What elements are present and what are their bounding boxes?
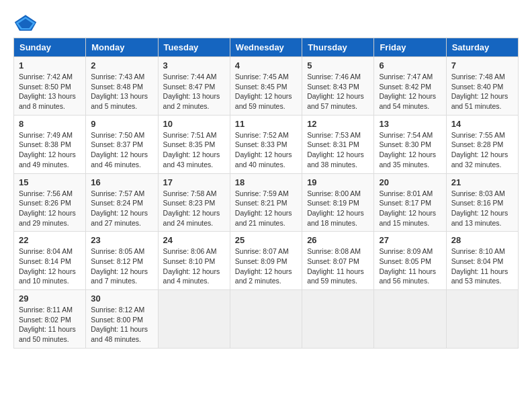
calendar-cell: 29Sunrise: 8:11 AM Sunset: 8:02 PM Dayli…	[14, 290, 86, 349]
calendar-cell: 12Sunrise: 7:53 AM Sunset: 8:31 PM Dayli…	[302, 115, 374, 173]
day-number: 29	[19, 293, 81, 304]
calendar-cell: 11Sunrise: 7:52 AM Sunset: 8:33 PM Dayli…	[230, 115, 302, 173]
column-header-wednesday: Wednesday	[230, 38, 302, 57]
day-info: Sunrise: 7:47 AM Sunset: 8:42 PM Dayligh…	[379, 72, 441, 111]
day-number: 1	[19, 60, 81, 71]
week-row-2: 8Sunrise: 7:49 AM Sunset: 8:38 PM Daylig…	[14, 115, 519, 173]
day-info: Sunrise: 8:09 AM Sunset: 8:05 PM Dayligh…	[379, 246, 441, 286]
day-number: 12	[307, 119, 369, 129]
calendar-cell: 1Sunrise: 7:42 AM Sunset: 8:50 PM Daylig…	[14, 57, 86, 116]
day-info: Sunrise: 7:44 AM Sunset: 8:47 PM Dayligh…	[163, 72, 225, 111]
day-info: Sunrise: 7:59 AM Sunset: 8:21 PM Dayligh…	[235, 189, 297, 228]
column-header-friday: Friday	[374, 38, 446, 57]
day-info: Sunrise: 8:11 AM Sunset: 8:02 PM Dayligh…	[19, 305, 81, 345]
day-info: Sunrise: 7:53 AM Sunset: 8:31 PM Dayligh…	[307, 130, 369, 170]
day-number: 3	[163, 60, 225, 71]
column-header-tuesday: Tuesday	[158, 38, 230, 57]
calendar-cell: 27Sunrise: 8:09 AM Sunset: 8:05 PM Dayli…	[374, 232, 446, 290]
day-info: Sunrise: 8:06 AM Sunset: 8:10 PM Dayligh…	[163, 246, 225, 286]
day-info: Sunrise: 8:10 AM Sunset: 8:04 PM Dayligh…	[451, 246, 513, 286]
day-number: 2	[91, 60, 152, 71]
calendar-cell: 22Sunrise: 8:04 AM Sunset: 8:14 PM Dayli…	[14, 232, 86, 290]
calendar-cell: 26Sunrise: 8:08 AM Sunset: 8:07 PM Dayli…	[302, 232, 374, 290]
calendar-cell: 15Sunrise: 7:56 AM Sunset: 8:26 PM Dayli…	[14, 173, 86, 232]
day-number: 16	[91, 177, 152, 187]
day-number: 28	[451, 235, 513, 245]
day-info: Sunrise: 7:50 AM Sunset: 8:37 PM Dayligh…	[91, 130, 152, 170]
calendar-cell: 5Sunrise: 7:46 AM Sunset: 8:43 PM Daylig…	[302, 57, 374, 116]
calendar-cell: 4Sunrise: 7:45 AM Sunset: 8:45 PM Daylig…	[230, 57, 302, 116]
day-number: 10	[163, 119, 225, 129]
logo-icon	[13, 13, 38, 32]
day-number: 22	[19, 235, 81, 245]
day-info: Sunrise: 8:05 AM Sunset: 8:12 PM Dayligh…	[91, 246, 152, 286]
day-number: 19	[307, 177, 369, 187]
column-header-monday: Monday	[86, 38, 158, 57]
day-number: 18	[235, 177, 297, 187]
day-number: 7	[451, 60, 513, 71]
day-number: 25	[235, 235, 297, 245]
day-number: 13	[379, 119, 441, 129]
day-info: Sunrise: 7:45 AM Sunset: 8:45 PM Dayligh…	[235, 72, 297, 111]
day-info: Sunrise: 7:54 AM Sunset: 8:30 PM Dayligh…	[379, 130, 441, 170]
week-row-1: 1Sunrise: 7:42 AM Sunset: 8:50 PM Daylig…	[14, 57, 519, 116]
calendar-cell: 16Sunrise: 7:57 AM Sunset: 8:24 PM Dayli…	[86, 173, 158, 232]
day-number: 9	[91, 119, 152, 129]
day-number: 30	[91, 293, 152, 304]
calendar-cell: 23Sunrise: 8:05 AM Sunset: 8:12 PM Dayli…	[86, 232, 158, 290]
logo	[13, 13, 40, 32]
calendar-cell: 14Sunrise: 7:55 AM Sunset: 8:28 PM Dayli…	[446, 115, 518, 173]
calendar-cell: 3Sunrise: 7:44 AM Sunset: 8:47 PM Daylig…	[158, 57, 230, 116]
calendar-cell: 19Sunrise: 8:00 AM Sunset: 8:19 PM Dayli…	[302, 173, 374, 232]
column-header-sunday: Sunday	[14, 38, 86, 57]
day-info: Sunrise: 8:07 AM Sunset: 8:09 PM Dayligh…	[235, 246, 297, 286]
day-number: 14	[451, 119, 513, 129]
header-row: SundayMondayTuesdayWednesdayThursdayFrid…	[14, 38, 519, 57]
day-info: Sunrise: 7:51 AM Sunset: 8:35 PM Dayligh…	[163, 130, 225, 170]
day-number: 15	[19, 177, 81, 187]
calendar-cell	[158, 290, 230, 349]
calendar-cell: 9Sunrise: 7:50 AM Sunset: 8:37 PM Daylig…	[86, 115, 158, 173]
day-info: Sunrise: 8:08 AM Sunset: 8:07 PM Dayligh…	[307, 246, 369, 286]
day-info: Sunrise: 7:52 AM Sunset: 8:33 PM Dayligh…	[235, 130, 297, 170]
day-info: Sunrise: 7:55 AM Sunset: 8:28 PM Dayligh…	[451, 130, 513, 170]
calendar-cell: 6Sunrise: 7:47 AM Sunset: 8:42 PM Daylig…	[374, 57, 446, 116]
day-number: 17	[163, 177, 225, 187]
calendar-cell: 18Sunrise: 7:59 AM Sunset: 8:21 PM Dayli…	[230, 173, 302, 232]
calendar-cell: 20Sunrise: 8:01 AM Sunset: 8:17 PM Dayli…	[374, 173, 446, 232]
day-number: 4	[235, 60, 297, 71]
day-info: Sunrise: 7:58 AM Sunset: 8:23 PM Dayligh…	[163, 189, 225, 228]
calendar-cell	[374, 290, 446, 349]
week-row-3: 15Sunrise: 7:56 AM Sunset: 8:26 PM Dayli…	[14, 173, 519, 232]
calendar-table: SundayMondayTuesdayWednesdayThursdayFrid…	[13, 38, 519, 349]
calendar-cell: 13Sunrise: 7:54 AM Sunset: 8:30 PM Dayli…	[374, 115, 446, 173]
day-info: Sunrise: 7:42 AM Sunset: 8:50 PM Dayligh…	[19, 72, 81, 111]
calendar-cell	[230, 290, 302, 349]
day-info: Sunrise: 7:46 AM Sunset: 8:43 PM Dayligh…	[307, 72, 369, 111]
calendar-cell: 10Sunrise: 7:51 AM Sunset: 8:35 PM Dayli…	[158, 115, 230, 173]
column-header-thursday: Thursday	[302, 38, 374, 57]
calendar-cell: 7Sunrise: 7:48 AM Sunset: 8:40 PM Daylig…	[446, 57, 518, 116]
column-header-saturday: Saturday	[446, 38, 518, 57]
calendar-cell: 21Sunrise: 8:03 AM Sunset: 8:16 PM Dayli…	[446, 173, 518, 232]
day-number: 6	[379, 60, 441, 71]
page-header	[13, 13, 519, 32]
calendar-cell: 17Sunrise: 7:58 AM Sunset: 8:23 PM Dayli…	[158, 173, 230, 232]
day-info: Sunrise: 8:03 AM Sunset: 8:16 PM Dayligh…	[451, 189, 513, 228]
day-info: Sunrise: 7:48 AM Sunset: 8:40 PM Dayligh…	[451, 72, 513, 111]
calendar-cell	[446, 290, 518, 349]
day-info: Sunrise: 8:01 AM Sunset: 8:17 PM Dayligh…	[379, 189, 441, 228]
day-number: 5	[307, 60, 369, 71]
day-number: 27	[379, 235, 441, 245]
calendar-cell: 25Sunrise: 8:07 AM Sunset: 8:09 PM Dayli…	[230, 232, 302, 290]
day-number: 11	[235, 119, 297, 129]
day-number: 8	[19, 119, 81, 129]
calendar-cell: 2Sunrise: 7:43 AM Sunset: 8:48 PM Daylig…	[86, 57, 158, 116]
calendar-cell: 30Sunrise: 8:12 AM Sunset: 8:00 PM Dayli…	[86, 290, 158, 349]
week-row-4: 22Sunrise: 8:04 AM Sunset: 8:14 PM Dayli…	[14, 232, 519, 290]
week-row-5: 29Sunrise: 8:11 AM Sunset: 8:02 PM Dayli…	[14, 290, 519, 349]
day-info: Sunrise: 8:12 AM Sunset: 8:00 PM Dayligh…	[91, 305, 152, 345]
calendar-cell: 8Sunrise: 7:49 AM Sunset: 8:38 PM Daylig…	[14, 115, 86, 173]
day-number: 24	[163, 235, 225, 245]
day-number: 20	[379, 177, 441, 187]
